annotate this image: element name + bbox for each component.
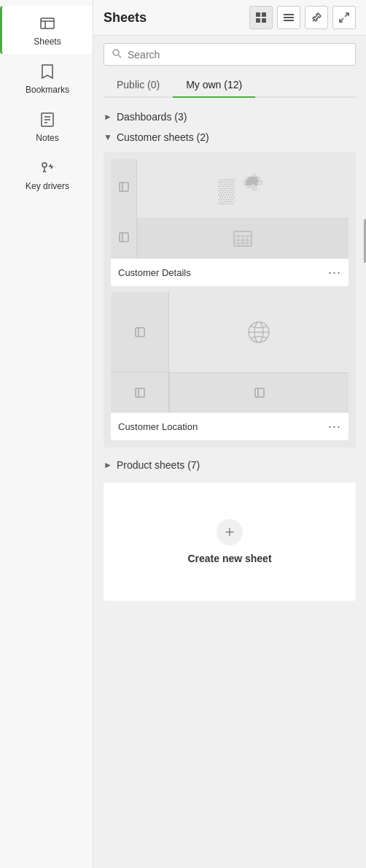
thumb-side-2 <box>111 218 137 258</box>
sidebar-item-key-drivers-label: Key drivers <box>26 181 69 191</box>
customer-details-more-button[interactable]: ··· <box>328 265 341 280</box>
svg-point-7 <box>42 163 47 167</box>
svg-point-18 <box>113 50 119 55</box>
customer-location-more-button[interactable]: ··· <box>328 419 341 434</box>
search-bar <box>104 43 356 66</box>
sidebar-item-sheets-label: Sheets <box>34 37 61 47</box>
svg-rect-38 <box>255 388 264 397</box>
section-customer-sheets[interactable]: ▼ Customer sheets (2) <box>104 127 356 147</box>
expand-button[interactable] <box>332 6 356 29</box>
header: Sheets <box>93 0 366 36</box>
sidebar-item-bookmarks[interactable]: Bookmarks <box>0 54 93 102</box>
customer-sheets-label: Customer sheets (2) <box>117 131 209 143</box>
loc-right-top <box>169 292 349 372</box>
customer-details-footer: Customer Details ··· <box>111 258 349 286</box>
sidebar-item-bookmarks-label: Bookmarks <box>26 85 69 95</box>
sheet-nav-icon-2 <box>118 231 130 246</box>
svg-rect-9 <box>262 12 266 17</box>
create-new-sheet-card[interactable]: + Create new sheet <box>104 483 356 601</box>
customer-details-thumb: ▒ <box>111 159 349 258</box>
sheets-icon <box>37 13 58 34</box>
svg-rect-31 <box>136 328 144 337</box>
chevron-down-icon: ▼ <box>104 132 112 142</box>
notes-icon <box>37 110 58 130</box>
tabs: Public (0) My own (12) <box>104 73 356 98</box>
page-title: Sheets <box>104 10 147 26</box>
thumb-main-1: ▒ <box>137 159 349 218</box>
thumb-row-1: ▒ <box>111 159 349 218</box>
grid-view-button[interactable] <box>249 6 273 29</box>
main-content: Sheets <box>93 0 366 868</box>
svg-rect-20 <box>120 183 128 191</box>
create-sheet-label: Create new sheet <box>187 553 271 564</box>
chevron-right-icon: ► <box>104 112 112 122</box>
tab-my-own[interactable]: My own (12) <box>173 73 255 98</box>
loc-left-panel <box>111 292 169 412</box>
plus-icon: + <box>217 519 243 545</box>
search-icon <box>112 48 122 61</box>
svg-rect-12 <box>284 14 294 15</box>
thumb-side-1 <box>111 159 137 218</box>
tab-public[interactable]: Public (0) <box>104 73 173 98</box>
puzzle-icon: ▒ <box>218 172 268 204</box>
svg-rect-14 <box>284 20 294 21</box>
sidebar-item-key-drivers[interactable]: Key drivers <box>0 150 93 199</box>
customer-details-card[interactable]: ▒ <box>111 159 349 286</box>
customer-location-name: Customer Location <box>118 421 198 432</box>
thumb-main-2 <box>137 218 349 258</box>
loc-right-bottom <box>169 372 349 412</box>
sidebar-item-notes-label: Notes <box>36 133 58 143</box>
key-drivers-icon <box>37 158 58 178</box>
bookmarks-icon <box>37 61 58 82</box>
section-dashboards[interactable]: ► Dashboards (3) <box>104 107 356 127</box>
sidebar-item-notes[interactable]: Notes <box>0 102 93 150</box>
sheet-nav-icon-1 <box>118 181 130 196</box>
svg-rect-33 <box>136 388 144 397</box>
loc-left-bottom <box>111 372 169 412</box>
loc-right-panel <box>169 292 349 412</box>
customer-location-footer: Customer Location ··· <box>111 412 349 440</box>
customer-location-card[interactable]: Customer Location ··· <box>111 292 349 440</box>
search-input[interactable] <box>128 49 348 61</box>
section-product-sheets[interactable]: ► Product sheets (7) <box>104 455 356 475</box>
dashboards-label: Dashboards (3) <box>117 111 187 123</box>
sidebar: Sheets Bookmarks Notes <box>0 0 93 868</box>
sidebar-item-sheets[interactable]: Sheets <box>0 6 93 54</box>
header-actions <box>249 6 356 29</box>
customer-details-name: Customer Details <box>118 267 191 278</box>
pin-button[interactable] <box>305 6 328 29</box>
svg-rect-10 <box>256 18 260 23</box>
svg-rect-22 <box>120 233 128 242</box>
customer-location-thumb <box>111 292 349 412</box>
content-area: ► Dashboards (3) ▼ Customer sheets (2) <box>93 98 366 610</box>
product-sheets-label: Product sheets (7) <box>117 459 200 471</box>
loc-left-top <box>111 292 169 372</box>
chevron-right-icon-2: ► <box>104 460 112 470</box>
thumb-row-2 <box>111 218 349 258</box>
svg-line-19 <box>119 55 122 58</box>
svg-rect-13 <box>284 17 294 18</box>
svg-rect-0 <box>41 18 54 28</box>
svg-rect-8 <box>256 12 260 17</box>
customer-sheets-group: ▒ <box>104 152 356 448</box>
list-view-button[interactable] <box>277 6 300 29</box>
svg-rect-11 <box>262 18 266 23</box>
